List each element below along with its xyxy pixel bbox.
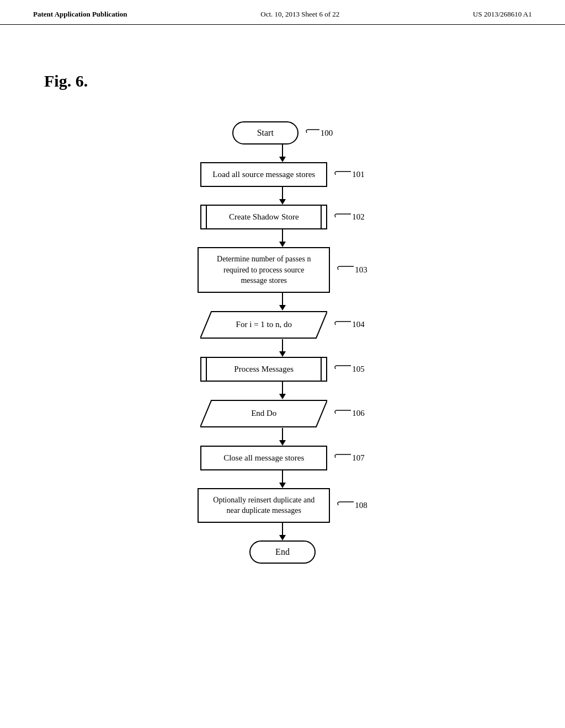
- arrow-3: [279, 229, 286, 247]
- node-101: Load all source message stores: [200, 162, 327, 187]
- ref-107: 107: [333, 452, 365, 463]
- node106-row: End Do 106: [200, 399, 365, 428]
- ref-106: 106: [333, 408, 365, 419]
- node-103: Determine number of passes n required to…: [198, 247, 330, 293]
- arrow-4: [279, 293, 286, 311]
- arrow-8: [279, 470, 286, 488]
- arrow-1: [279, 144, 286, 162]
- flowchart: Start 100 Load all source message stores…: [0, 88, 565, 564]
- arrow-7: [279, 428, 286, 446]
- node102-row: Create Shadow Store 102: [200, 205, 365, 229]
- ref-103: 103: [335, 264, 367, 275]
- node107-row: Close all message stores 107: [200, 446, 365, 470]
- node-106-text: End Do: [251, 409, 276, 418]
- node-104-text: For i = 1 to n, do: [236, 320, 292, 329]
- page-header: Patent Application Publication Oct. 10, …: [0, 0, 565, 25]
- node-108: Optionally reinsert duplicate and near d…: [198, 488, 330, 523]
- arrow-6: [279, 382, 286, 399]
- node108-row: Optionally reinsert duplicate and near d…: [198, 488, 367, 523]
- ref-104: 104: [333, 319, 365, 330]
- node-106: End Do: [200, 399, 327, 428]
- header-center: Oct. 10, 2013 Sheet 6 of 22: [260, 10, 339, 19]
- ref-101: 101: [333, 169, 365, 180]
- node-102: Create Shadow Store: [200, 205, 327, 229]
- end-row: End: [249, 540, 316, 564]
- node105-row: Process Messages 105: [200, 357, 365, 382]
- node-107: Close all message stores: [200, 446, 327, 470]
- figure-title: Fig. 6.: [44, 72, 88, 90]
- arrow-9: [279, 523, 286, 540]
- ref-105: 105: [333, 363, 365, 374]
- start-node: Start: [232, 121, 299, 144]
- node-104: For i = 1 to n, do: [200, 311, 327, 339]
- header-right: US 2013/268610 A1: [473, 10, 532, 19]
- ref-102: 102: [333, 212, 365, 223]
- header-left: Patent Application Publication: [33, 10, 127, 19]
- node104-row: For i = 1 to n, do 104: [200, 311, 365, 339]
- end-node: End: [249, 540, 316, 564]
- ref-108: 108: [335, 500, 367, 511]
- arrow-2: [279, 187, 286, 205]
- node-105: Process Messages: [200, 357, 327, 382]
- start-row: Start 100: [232, 121, 333, 144]
- node101-row: Load all source message stores 101: [200, 162, 365, 187]
- node103-row: Determine number of passes n required to…: [198, 247, 367, 293]
- arrow-5: [279, 339, 286, 357]
- ref-100: 100: [304, 127, 333, 138]
